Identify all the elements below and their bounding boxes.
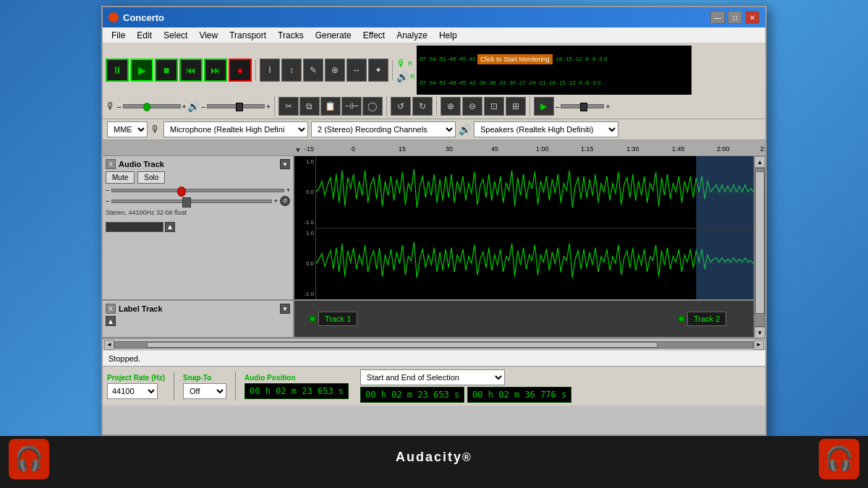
scroll-down-button[interactable]: ▼ <box>754 327 765 338</box>
copy-tool-button[interactable]: ⧉ <box>299 97 320 116</box>
record-button[interactable]: ● <box>229 59 252 82</box>
title-bar: Concerto — □ ✕ <box>103 7 765 27</box>
scroll-up-button[interactable]: ▲ <box>754 156 765 168</box>
track-info: Stereo, 44100Hz 32-bit float <box>106 209 290 218</box>
track-1-label[interactable]: Track 1 <box>318 312 357 326</box>
gain-thumb[interactable] <box>177 187 186 197</box>
gain-slider[interactable] <box>111 189 284 192</box>
timeshift-tool-button[interactable]: ↔ <box>346 59 367 82</box>
zoom-in-button[interactable]: ⊕ <box>441 97 461 116</box>
project-rate-select[interactable]: 44100 <box>107 383 158 399</box>
ruler-label-115: 1:15 <box>581 145 594 153</box>
menu-edit[interactable]: Edit <box>131 29 158 42</box>
minus-label: – <box>117 103 122 111</box>
h-scrollbar-track[interactable] <box>114 341 754 348</box>
zoom-fit-project-button[interactable]: ⊞ <box>506 97 526 116</box>
pan-slider[interactable] <box>111 200 272 203</box>
play-button[interactable]: ▶ <box>130 59 153 82</box>
zoom-tool-button[interactable]: ⊕ <box>325 59 345 82</box>
selection-start-display[interactable]: 00 h 02 m 23 653 s <box>360 387 464 403</box>
label-track-waveform: Track 1 Track 2 <box>294 301 754 337</box>
draw-tool-button[interactable]: ✎ <box>303 59 323 82</box>
stop-button[interactable]: ■ <box>155 59 178 82</box>
snap-to-select[interactable]: Off <box>183 383 226 399</box>
selection-end-display[interactable]: 00 h 02 m 36 776 s <box>467 387 571 403</box>
label-track-menu-button[interactable]: ▼ <box>280 304 290 314</box>
channels-select[interactable]: 2 (Stereo) Recording Channels <box>311 121 456 137</box>
mic-icon-2: 🎙 <box>106 100 116 112</box>
speaker-icon-2: 🔊 <box>187 100 200 112</box>
redo-button[interactable]: ↻ <box>412 97 433 116</box>
output-volume-thumb[interactable] <box>236 103 243 111</box>
label-track-collapse-button[interactable]: ▲ <box>106 316 116 326</box>
horizontal-scrollbar: ◄ ► <box>103 338 765 350</box>
audio-position-display[interactable]: 00 h 02 m 23 653 s <box>244 383 349 399</box>
play-at-speed-button[interactable]: ▶ <box>534 97 554 116</box>
pan-thumb[interactable] <box>182 197 191 207</box>
close-button[interactable]: ✕ <box>745 11 760 24</box>
input-volume-thumb[interactable] <box>143 103 150 111</box>
playback-speed-slider[interactable] <box>561 104 604 108</box>
y-label-1-0-b: 1.0 <box>296 230 314 236</box>
input-volume-slider[interactable] <box>123 104 181 108</box>
audio-track-menu-button[interactable]: ▼ <box>280 159 290 169</box>
toolbar-row-1: ⏸ ▶ ■ ⏮ ⏭ ● I ↕ ✎ ⊕ ↔ ✦ 🎙 R <box>106 46 762 95</box>
track-collapse-button[interactable]: ▲ <box>165 222 175 232</box>
minimize-button[interactable]: — <box>710 11 725 24</box>
v-scrollbar-thumb[interactable] <box>755 171 765 313</box>
cut-tool-button[interactable]: ✂ <box>278 97 299 116</box>
api-select[interactable]: MME <box>107 121 148 137</box>
track-2-label[interactable]: Track 2 <box>687 312 726 326</box>
envelope-tool-button[interactable]: ↕ <box>281 59 302 82</box>
scroll-left-button[interactable]: ◄ <box>104 340 114 350</box>
separator-2 <box>392 60 393 80</box>
skip-start-button[interactable]: ⏮ <box>179 59 203 82</box>
menu-file[interactable]: File <box>106 29 131 42</box>
ibeam-tool-button[interactable]: I <box>260 59 280 82</box>
svg-text:🎧: 🎧 <box>825 445 854 472</box>
zoom-fit-selection-button[interactable]: ⊡ <box>484 97 504 116</box>
audio-track-close-button[interactable]: X <box>106 159 116 169</box>
menu-effect[interactable]: Effect <box>357 29 391 42</box>
main-window: Concerto — □ ✕ File Edit Select View Tra… <box>101 6 767 436</box>
click-to-monitor-button[interactable]: Click to Start Monitoring <box>477 54 553 64</box>
maximize-button[interactable]: □ <box>728 11 742 24</box>
label-track-close-button[interactable]: X <box>106 304 116 314</box>
ruler-label-15: 15 <box>399 145 406 153</box>
menu-generate[interactable]: Generate <box>310 29 357 42</box>
app-name: Audacity® <box>396 450 472 474</box>
silence-tool-button[interactable]: ◯ <box>362 97 383 116</box>
menu-analyze[interactable]: Analyze <box>391 29 433 42</box>
output-volume-slider[interactable] <box>207 104 265 108</box>
menu-select[interactable]: Select <box>158 29 193 42</box>
microphone-select[interactable]: Microphone (Realtek High Defini <box>163 121 308 137</box>
menu-view[interactable]: View <box>193 29 224 42</box>
track-collapse-bar[interactable] <box>106 222 163 232</box>
menu-help[interactable]: Help <box>433 29 463 42</box>
selection-mode-select[interactable]: Start and End of Selection <box>360 369 505 385</box>
v-scrollbar-track[interactable] <box>754 168 765 327</box>
speaker-device-icon: 🔊 <box>459 124 471 135</box>
multitool-button[interactable]: ✦ <box>368 59 388 82</box>
speaker-icon: 🔊 <box>396 71 409 82</box>
mic-device-icon: 🎙 <box>150 124 161 135</box>
speaker-select[interactable]: Speakers (Realtek High Definiti) <box>474 121 618 137</box>
mute-button[interactable]: Mute <box>106 171 135 184</box>
ruler-label-215: 2:15 <box>760 145 765 153</box>
undo-button[interactable]: ↺ <box>391 97 411 116</box>
pause-button[interactable]: ⏸ <box>106 59 129 82</box>
paste-tool-button[interactable]: 📋 <box>320 97 341 116</box>
zoom-out-button[interactable]: ⊖ <box>462 97 482 116</box>
separator-4 <box>386 96 387 116</box>
y-label-1-0: 1.0 <box>296 158 314 165</box>
h-scrollbar-thumb[interactable] <box>147 342 658 348</box>
scroll-right-button[interactable]: ► <box>754 340 764 350</box>
menu-tracks[interactable]: Tracks <box>272 29 310 42</box>
playback-speed-thumb[interactable] <box>580 103 587 111</box>
skip-end-button[interactable]: ⏭ <box>204 59 227 82</box>
pan-icon[interactable]: ↺ <box>280 196 290 206</box>
menu-transport[interactable]: Transport <box>224 29 272 42</box>
trim-tool-button[interactable]: ⊣⊢ <box>341 97 362 116</box>
tracks-area: X Audio Track ▼ Mute Solo – <box>103 156 765 338</box>
solo-button[interactable]: Solo <box>137 171 165 184</box>
